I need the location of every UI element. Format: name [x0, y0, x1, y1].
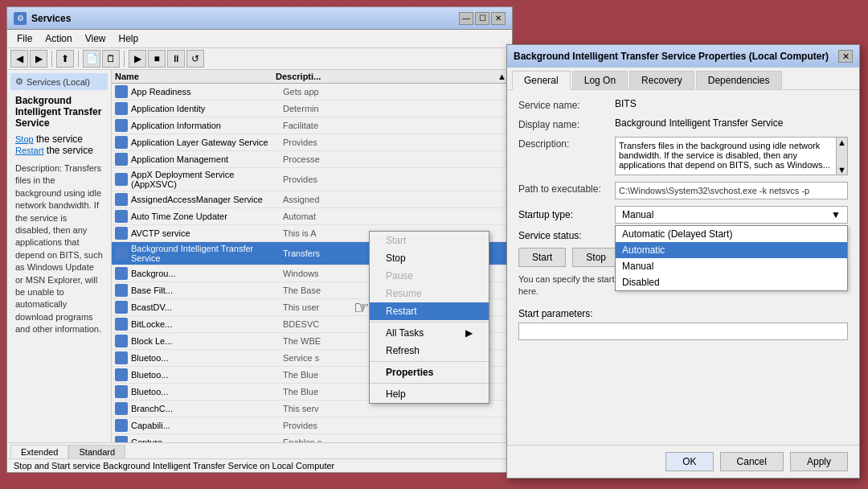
- menu-help[interactable]: Help: [113, 31, 145, 46]
- service-row[interactable]: Auto Time Zone Updater Automat: [112, 208, 512, 225]
- toolbar-up[interactable]: ⬆: [56, 50, 74, 68]
- service-icon: [115, 318, 128, 331]
- startup-type-dropdown[interactable]: Manual ▼ Automatic (Delayed Start) Autom…: [615, 206, 848, 224]
- service-icon: [115, 419, 128, 432]
- service-row[interactable]: Capabili... Provides: [112, 417, 512, 434]
- ok-button[interactable]: OK: [665, 452, 713, 471]
- dialog-tab-dependencies[interactable]: Dependencies: [696, 71, 782, 89]
- ctx-pause: Pause: [370, 267, 489, 285]
- description-container: Transfers files in the background using …: [615, 137, 848, 175]
- service-icon: [115, 173, 128, 186]
- stop-suffix: the service: [36, 134, 83, 145]
- services-icon: ⚙: [14, 12, 27, 25]
- list-header: Name Descripti... ▲: [112, 70, 512, 84]
- service-icon: [115, 153, 128, 166]
- toolbar-stop[interactable]: ■: [148, 50, 166, 68]
- close-button[interactable]: ✕: [491, 12, 506, 25]
- toolbar-forward[interactable]: ▶: [30, 50, 47, 68]
- ctx-refresh[interactable]: Refresh: [370, 342, 489, 360]
- description-textarea[interactable]: Transfers files in the background using …: [615, 137, 848, 175]
- service-icon: [115, 247, 128, 260]
- toolbar-sep-2: [78, 51, 79, 67]
- service-name: Backgrou...: [131, 269, 280, 278]
- dialog-tab-logon[interactable]: Log On: [572, 71, 628, 89]
- maximize-button[interactable]: ☐: [475, 12, 489, 25]
- toolbar-play[interactable]: ▶: [129, 50, 146, 68]
- scroll-down[interactable]: ▼: [837, 165, 846, 175]
- ctx-properties[interactable]: Properties: [370, 364, 489, 381]
- service-row[interactable]: AppX Deployment Service (AppXSVC) Provid…: [112, 168, 512, 191]
- dialog-tabs: General Log On Recovery Dependencies: [507, 68, 859, 90]
- service-name: Application Management: [131, 154, 280, 164]
- service-row[interactable]: AssignedAccessManager Service Assigned: [112, 191, 512, 208]
- toolbar-restart[interactable]: ↺: [186, 50, 204, 68]
- ctx-start[interactable]: Start: [370, 232, 489, 249]
- option-automatic[interactable]: Automatic: [616, 242, 847, 258]
- dialog-tab-general[interactable]: General: [512, 71, 571, 90]
- option-manual[interactable]: Manual: [616, 258, 847, 274]
- service-icon: [115, 402, 128, 415]
- startup-type-label: Startup type:: [518, 209, 615, 220]
- ctx-all-tasks-label: All Tasks: [386, 327, 424, 339]
- header-desc: Descripti...: [276, 72, 497, 81]
- toolbar-prop[interactable]: 🗒: [102, 50, 120, 68]
- menu-action[interactable]: Action: [39, 31, 78, 46]
- service-desc: Provides: [283, 138, 509, 147]
- service-row[interactable]: Capture... Enables c: [112, 434, 512, 442]
- toolbar-pause[interactable]: ⏸: [167, 50, 185, 68]
- properties-dialog: Background Intelligent Transfer Service …: [506, 44, 860, 479]
- tab-standard[interactable]: Standard: [68, 445, 125, 458]
- menu-file[interactable]: File: [10, 31, 39, 46]
- cancel-button[interactable]: Cancel: [720, 452, 784, 471]
- toolbar-back[interactable]: ◀: [10, 50, 28, 68]
- service-name: Application Layer Gateway Service: [131, 138, 280, 147]
- restart-service-link[interactable]: Restart: [15, 146, 43, 155]
- tab-extended[interactable]: Extended: [10, 445, 68, 459]
- service-row[interactable]: Application Information Facilitate: [112, 117, 512, 134]
- start-params-input[interactable]: [518, 323, 848, 340]
- apply-button[interactable]: Apply: [790, 452, 848, 471]
- service-name: AVCTP service: [131, 228, 280, 238]
- ctx-all-tasks[interactable]: All Tasks ▶: [370, 324, 489, 342]
- toolbar-sep-3: [124, 51, 125, 67]
- toolbar: ◀ ▶ ⬆ 📄 🗒 ▶ ■ ⏸ ↺: [7, 48, 512, 70]
- dialog-tab-recovery[interactable]: Recovery: [629, 71, 694, 89]
- service-name: Background Intelligent Transfer Service: [131, 244, 280, 263]
- service-desc: Enables c: [283, 438, 509, 442]
- service-desc: Provides: [283, 421, 509, 430]
- service-icon: [115, 193, 128, 206]
- ctx-stop[interactable]: Stop: [370, 249, 489, 267]
- sidebar-item-services-local[interactable]: ⚙ Services (Local): [10, 73, 108, 90]
- service-row[interactable]: App Readiness Gets app: [112, 84, 512, 101]
- main-content: ⚙ Services (Local) Background Intelligen…: [7, 70, 512, 442]
- service-icon: [115, 102, 128, 115]
- start-button[interactable]: Start: [518, 248, 566, 267]
- ctx-restart[interactable]: Restart: [370, 302, 489, 320]
- scroll-up[interactable]: ▲: [837, 138, 846, 147]
- service-info-title: Background Intelligent Transfer Service: [15, 95, 103, 129]
- stop-button[interactable]: Stop: [572, 248, 620, 267]
- service-desc: Assigned: [283, 195, 509, 204]
- ctx-help[interactable]: Help: [370, 385, 489, 403]
- dialog-close-button[interactable]: ✕: [838, 50, 853, 63]
- option-auto-delayed[interactable]: Automatic (Delayed Start): [616, 226, 847, 242]
- left-panel: ⚙ Services (Local) Background Intelligen…: [7, 70, 112, 442]
- service-icon: [115, 119, 128, 132]
- service-row[interactable]: Application Identity Determin: [112, 101, 512, 117]
- display-name-label: Display name:: [518, 117, 615, 130]
- service-icon: [115, 351, 128, 364]
- toolbar-show-hide[interactable]: 📄: [83, 50, 100, 68]
- startup-dropdown-btn[interactable]: Manual ▼: [615, 206, 848, 224]
- service-desc: This serv: [283, 404, 509, 413]
- minimize-button[interactable]: —: [459, 12, 473, 25]
- service-row[interactable]: Application Layer Gateway Service Provid…: [112, 134, 512, 151]
- menu-view[interactable]: View: [79, 31, 113, 46]
- option-disabled[interactable]: Disabled: [616, 274, 847, 290]
- description-scrollbar[interactable]: ▲ ▼: [836, 138, 847, 175]
- stop-service-link[interactable]: Stop: [15, 134, 34, 144]
- window-title: Services: [31, 13, 71, 24]
- service-row[interactable]: Application Management Processe: [112, 151, 512, 168]
- description-label: Description:: [518, 137, 615, 150]
- toolbar-sep-1: [51, 51, 52, 67]
- context-menu: Start Stop Pause Resume Restart All Task…: [369, 231, 489, 404]
